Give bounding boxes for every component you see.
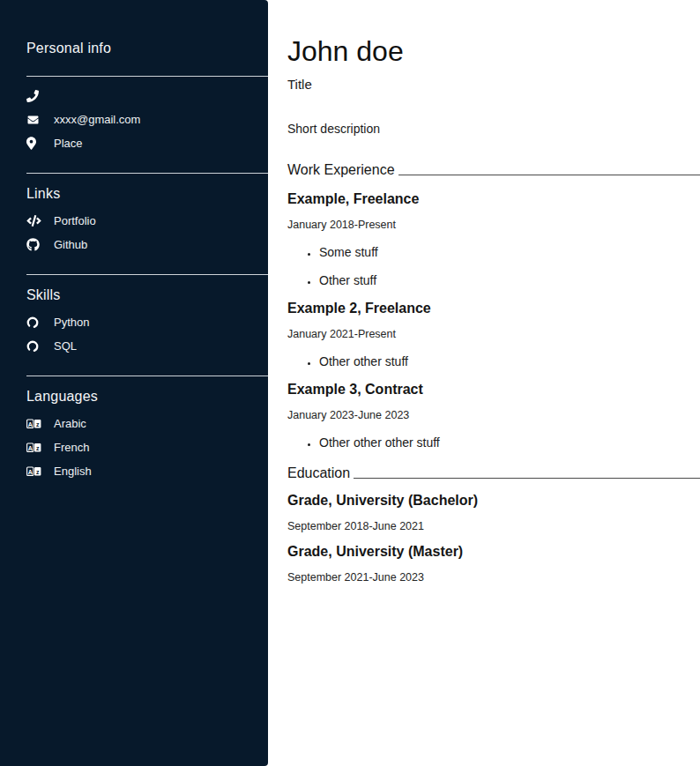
map-marker-icon bbox=[26, 137, 42, 151]
link-portfolio[interactable]: Portfolio bbox=[26, 209, 268, 233]
education-entry: Grade, University (Master) September 202… bbox=[287, 544, 700, 584]
entry-dates: January 2023-June 2023 bbox=[287, 409, 700, 421]
entry-bullets: Other other other stuff bbox=[287, 435, 700, 450]
skills-title: Skills bbox=[26, 287, 268, 303]
github-icon bbox=[26, 238, 42, 252]
bullet-item: Other other other stuff bbox=[319, 435, 700, 450]
entry-degree: Grade, University (Bachelor) bbox=[287, 493, 700, 509]
email-label: xxxx@gmail.com bbox=[54, 113, 140, 126]
circle-notch-icon bbox=[26, 339, 42, 353]
entry-role: Example, Freelance bbox=[287, 191, 700, 207]
entry-role: Example 2, Freelance bbox=[287, 301, 700, 316]
person-name: John doe bbox=[287, 35, 700, 68]
entry-dates: September 2018-June 2021 bbox=[287, 520, 700, 532]
skill-python: Python bbox=[26, 310, 268, 334]
entry-bullets: Other other stuff bbox=[287, 354, 700, 368]
link-portfolio-label: Portfolio bbox=[54, 214, 96, 227]
sidebar: Personal info xxxx@gmail.com Place bbox=[0, 0, 268, 766]
code-icon bbox=[26, 214, 42, 228]
svg-text:z: z bbox=[36, 468, 40, 474]
svg-text:z: z bbox=[36, 444, 40, 450]
main-content: John doe Title Short description Work Ex… bbox=[268, 0, 700, 766]
divider bbox=[26, 274, 268, 275]
divider bbox=[26, 376, 268, 376]
language-arabic-label: Arabic bbox=[54, 417, 86, 430]
languages-title: Languages bbox=[26, 389, 268, 405]
svg-text:A: A bbox=[28, 420, 33, 427]
education-entry: Grade, University (Bachelor) September 2… bbox=[287, 493, 700, 532]
phone-icon bbox=[26, 89, 42, 103]
svg-text:A: A bbox=[28, 444, 33, 450]
location-row: Place bbox=[26, 131, 268, 155]
divider bbox=[26, 76, 268, 77]
language-arabic: Az Arabic bbox=[26, 412, 268, 435]
heading-rule bbox=[354, 478, 700, 480]
bullet-item: Other other stuff bbox=[319, 354, 700, 368]
phone-row bbox=[26, 84, 268, 108]
link-github-label: Github bbox=[54, 238, 87, 251]
work-entry: Example 2, Freelance January 2021-Presen… bbox=[287, 301, 700, 368]
location-label: Place bbox=[54, 137, 83, 150]
links-section: Links Portfolio Github bbox=[26, 186, 268, 257]
work-experience-label: Work Experience bbox=[287, 162, 395, 178]
email-row[interactable]: xxxx@gmail.com bbox=[26, 108, 268, 131]
personal-info-rows: xxxx@gmail.com Place bbox=[26, 84, 268, 155]
person-title: Title bbox=[287, 77, 700, 92]
divider bbox=[26, 173, 268, 174]
svg-text:A: A bbox=[28, 468, 33, 474]
circle-notch-icon bbox=[26, 316, 42, 330]
skills-section: Skills Python SQL bbox=[26, 287, 268, 358]
work-entry: Example 3, Contract January 2023-June 20… bbox=[287, 382, 700, 450]
heading-rule bbox=[398, 175, 700, 176]
bullet-item: Other stuff bbox=[319, 273, 700, 287]
languages-section: Languages Az Arabic Az French Az bbox=[26, 389, 268, 483]
entry-bullets: Some stuff Other stuff bbox=[287, 245, 700, 287]
bullet-item: Some stuff bbox=[319, 245, 700, 259]
language-icon: Az bbox=[26, 441, 42, 455]
svg-text:z: z bbox=[36, 420, 40, 427]
language-english: Az English bbox=[26, 459, 268, 483]
entry-dates: January 2021-Present bbox=[287, 328, 700, 340]
language-icon: Az bbox=[26, 465, 42, 479]
entry-role: Example 3, Contract bbox=[287, 382, 700, 398]
link-github[interactable]: Github bbox=[26, 233, 268, 257]
resume-page: Personal info xxxx@gmail.com Place bbox=[0, 0, 700, 766]
work-entry: Example, Freelance January 2018-Present … bbox=[287, 191, 700, 287]
links-title: Links bbox=[26, 186, 268, 202]
education-label: Education bbox=[287, 465, 350, 481]
language-english-label: English bbox=[54, 465, 92, 478]
education-heading: Education bbox=[287, 465, 700, 481]
skill-sql: SQL bbox=[26, 334, 268, 358]
envelope-icon bbox=[26, 113, 42, 127]
entry-degree: Grade, University (Master) bbox=[287, 544, 700, 560]
skill-sql-label: SQL bbox=[54, 339, 77, 353]
personal-info-title: Personal info bbox=[26, 41, 268, 56]
language-icon: Az bbox=[26, 417, 42, 431]
entry-dates: September 2021-June 2023 bbox=[287, 571, 700, 584]
entry-dates: January 2018-Present bbox=[287, 219, 700, 231]
language-french: Az French bbox=[26, 435, 268, 459]
short-description: Short description bbox=[287, 122, 700, 136]
language-french-label: French bbox=[54, 441, 89, 454]
work-experience-heading: Work Experience bbox=[287, 162, 700, 178]
skill-python-label: Python bbox=[54, 316, 89, 329]
